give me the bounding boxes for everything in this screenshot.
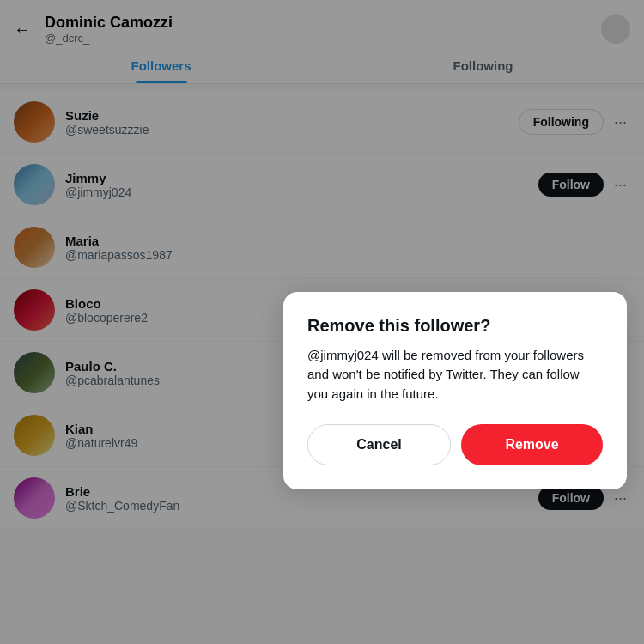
modal-title: Remove this follower? bbox=[307, 316, 603, 336]
remove-follower-modal: Remove this follower? @jimmyj024 will be… bbox=[283, 292, 627, 490]
modal-body: @jimmyj024 will be removed from your fol… bbox=[307, 346, 603, 404]
modal-actions: Cancel Remove bbox=[307, 424, 603, 465]
cancel-button[interactable]: Cancel bbox=[307, 424, 451, 465]
remove-button[interactable]: Remove bbox=[461, 424, 603, 465]
